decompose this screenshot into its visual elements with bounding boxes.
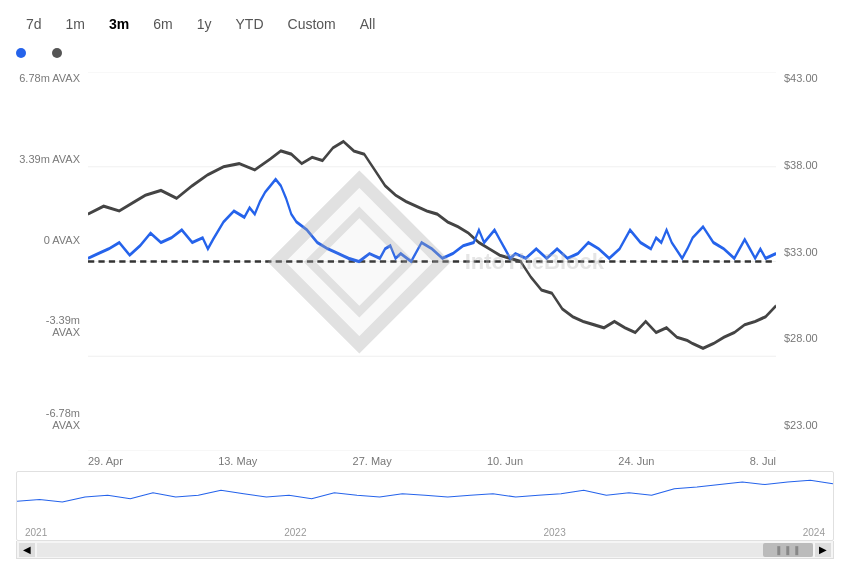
mini-label-2022: 2022 <box>284 527 306 538</box>
main-container: 7d1m3m6m1yYTDCustomAll 6.78m AVAX3.39m A… <box>0 0 850 567</box>
y-axis-left-label: -6.78m AVAX <box>16 407 80 431</box>
price-dot <box>52 48 62 58</box>
netflow-dot <box>16 48 26 58</box>
time-btn-all[interactable]: All <box>350 12 386 36</box>
scroll-thumb[interactable]: ❚❚❚ <box>763 543 813 557</box>
y-axis-right-label: $38.00 <box>784 159 834 171</box>
time-btn-1y[interactable]: 1y <box>187 12 222 36</box>
scroll-right-button[interactable]: ▶ <box>815 543 831 557</box>
time-btn-3m[interactable]: 3m <box>99 12 139 36</box>
x-axis-label: 8. Jul <box>750 455 776 467</box>
time-btn-custom[interactable]: Custom <box>278 12 346 36</box>
y-axis-right-label: $43.00 <box>784 72 834 84</box>
time-btn-1m[interactable]: 1m <box>56 12 95 36</box>
y-axis-right: $43.00$38.00$33.00$28.00$23.00 <box>776 72 834 451</box>
chart-svg-area: IntoTheBlock <box>88 72 776 451</box>
main-chart: 6.78m AVAX3.39m AVAX0 AVAX-3.39m AVAX-6.… <box>16 72 834 451</box>
legend-netflow <box>16 48 32 58</box>
time-btn-6m[interactable]: 6m <box>143 12 182 36</box>
x-axis-label: 24. Jun <box>618 455 654 467</box>
y-axis-right-label: $28.00 <box>784 332 834 344</box>
y-axis-left-label: 6.78m AVAX <box>16 72 80 84</box>
mini-chart: 2021 2022 2023 2024 <box>16 471 834 541</box>
chart-legend <box>16 48 834 58</box>
time-btn-ytd[interactable]: YTD <box>226 12 274 36</box>
time-btn-7d[interactable]: 7d <box>16 12 52 36</box>
legend-price <box>52 48 68 58</box>
mini-label-2023: 2023 <box>544 527 566 538</box>
x-axis: 29. Apr13. May27. May10. Jun24. Jun8. Ju… <box>16 451 776 467</box>
scroll-track[interactable]: ❚❚❚ <box>37 543 813 557</box>
x-axis-label: 10. Jun <box>487 455 523 467</box>
x-axis-label: 13. May <box>218 455 257 467</box>
y-axis-right-label: $33.00 <box>784 246 834 258</box>
scroll-left-button[interactable]: ◀ <box>19 543 35 557</box>
y-axis-right-label: $23.00 <box>784 419 834 431</box>
scrollbar[interactable]: ◀ ❚❚❚ ▶ <box>16 541 834 559</box>
mini-chart-canvas <box>17 472 833 522</box>
x-axis-label: 29. Apr <box>88 455 123 467</box>
mini-label-2024: 2024 <box>803 527 825 538</box>
y-axis-left-label: -3.39m AVAX <box>16 314 80 338</box>
mini-label-2021: 2021 <box>25 527 47 538</box>
y-axis-left: 6.78m AVAX3.39m AVAX0 AVAX-3.39m AVAX-6.… <box>16 72 88 451</box>
x-axis-label: 27. May <box>353 455 392 467</box>
y-axis-left-label: 3.39m AVAX <box>16 153 80 165</box>
y-axis-left-label: 0 AVAX <box>16 234 80 246</box>
netflow-line <box>88 179 776 261</box>
chart-canvas <box>88 72 776 451</box>
mini-netflow-line <box>17 480 833 502</box>
time-range-selector: 7d1m3m6m1yYTDCustomAll <box>16 12 834 36</box>
